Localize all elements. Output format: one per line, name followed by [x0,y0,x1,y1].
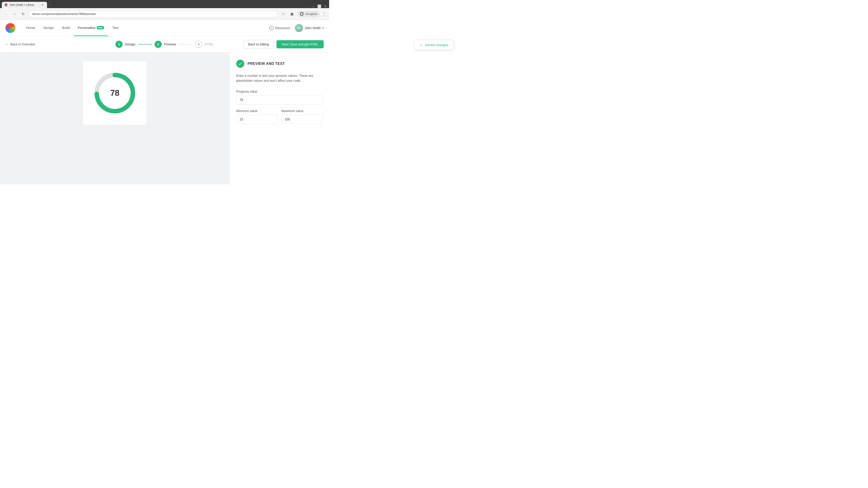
nav-build[interactable]: Build [59,20,73,36]
window-controls: — ⬜ ✕ [311,4,327,8]
maximize-button[interactable]: ⬜ [317,4,321,8]
preview-canvas: 78 [0,53,230,184]
incognito-badge: Incognito [297,11,320,17]
back-to-editing-button[interactable]: Back to editing [243,40,274,48]
panel-icon [236,60,244,68]
url-text: litmus.com/personalize/documents/7866/pr… [32,12,96,15]
next-save-button[interactable]: Next: Save and get HTML [276,40,324,48]
top-nav: Home Design Build Personalize New Test i… [0,20,329,36]
preview-card: 78 [83,61,147,125]
favicon-icon [4,3,8,6]
minmax-row: Minimum value Maximum value [236,109,323,124]
new-tab-button[interactable]: + [47,2,53,8]
forward-button[interactable]: → [11,11,18,17]
max-input[interactable] [281,115,323,124]
browser-menu-button[interactable]: ⋮ [322,11,327,17]
max-label: Maximum value [281,109,323,113]
min-input[interactable] [236,115,278,124]
user-menu-button[interactable]: JS John Smith ▾ [295,24,324,32]
incognito-icon [300,12,304,16]
max-field: Maximum value [281,109,323,124]
step-connector-2 [179,44,192,44]
back-to-overview-link[interactable]: ← Back to Overview [5,42,35,46]
back-button[interactable]: ← [3,11,9,17]
nav-test[interactable]: Test [109,20,122,36]
personalize-new-badge: New [97,26,104,29]
logo[interactable] [5,23,16,33]
nav-home[interactable]: Home [23,20,39,36]
app: Home Design Build Personalize New Test i… [0,20,329,184]
min-label: Minimum value [236,109,278,113]
address-bar-row: ← → ↻ litmus.com/personalize/documents/7… [0,8,329,20]
browser-tab-bar: John Smith > Litmus ✕ + — ⬜ ✕ [0,0,329,8]
min-field: Minimum value [236,109,278,124]
right-panel: PREVIEW AND TEST Enter a number to test … [230,53,329,184]
back-arrow-icon: ← [5,42,9,46]
panel-title: PREVIEW AND TEST [248,62,285,66]
incognito-label: Incognito [305,12,317,15]
step-1-circle: 1 [116,41,123,48]
donut-chart: 78 [92,70,137,116]
step-3-label: HTML [205,42,214,46]
info-icon: i [269,26,274,30]
browser-tab[interactable]: John Smith > Litmus ✕ [2,2,47,8]
step-1-number: 1 [118,42,120,46]
user-name: John Smith [305,26,320,30]
nav-links: Home Design Build Personalize New Test [23,20,269,36]
step-design: 1 Design [116,41,135,48]
address-bar[interactable]: litmus.com/personalize/documents/7866/pr… [29,10,278,18]
back-overview-label: Back to Overview [10,42,35,46]
progress-field: Progress value [236,90,323,105]
chevron-down-icon: ▾ [322,26,324,30]
step-2-label: Preview [164,42,176,46]
extension-icon[interactable]: ▣ [289,11,295,17]
panel-description: Enter a number to test your dynamic valu… [236,73,323,84]
resources-button[interactable]: i Resources [269,26,290,30]
progress-label: Progress value [236,90,323,93]
check-circle-icon [238,61,243,66]
tab-close-button[interactable]: ✕ [41,3,44,7]
bookmark-icon[interactable]: ☆ [280,11,286,17]
resources-label: Resources [275,26,290,30]
step-3-circle: 3 [195,41,202,48]
step-3-number: 3 [198,42,199,46]
steps-center: 1 Design 2 Preview 3 HTML [116,41,214,48]
tab-title: John Smith > Litmus [9,3,34,6]
step-connector-1 [138,44,152,44]
nav-design[interactable]: Design [40,20,58,36]
minimize-button[interactable]: — [311,4,315,8]
step-bar-actions: Back to editing Next: Save and get HTML [243,40,324,48]
step-2-number: 2 [157,42,159,46]
panel-header: PREVIEW AND TEST [236,60,323,68]
step-bar: ← Back to Overview 1 Design 2 Preview 3 [0,36,329,53]
avatar: JS [295,24,303,32]
step-html: 3 HTML [195,41,214,48]
step-1-label: Design [125,42,135,46]
reload-button[interactable]: ↻ [20,11,26,17]
donut-value: 78 [110,88,119,98]
close-window-button[interactable]: ✕ [324,4,327,8]
step-2-circle: 2 [154,41,162,48]
nav-personalize[interactable]: Personalize New [74,20,108,36]
main-area: 78 PREVIEW AND TEST Enter a number to te… [0,53,329,184]
step-preview: 2 Preview [154,41,176,48]
nav-right: i Resources JS John Smith ▾ [269,24,324,32]
progress-input[interactable] [236,95,323,105]
